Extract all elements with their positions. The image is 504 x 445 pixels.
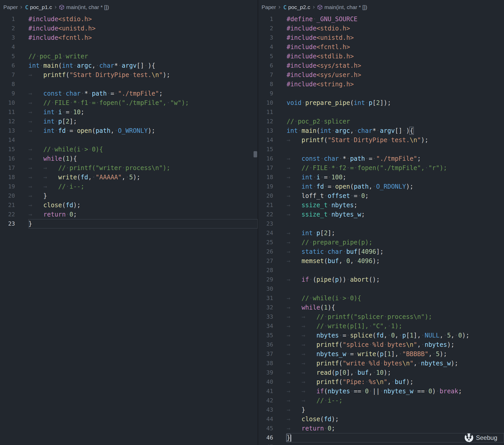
code-line[interactable]: 10→//·FILE·*·f1·=·fopen("./tmpFile",·"w"… <box>0 98 258 108</box>
line-number[interactable]: 13 <box>0 126 15 135</box>
line-number[interactable]: 42 <box>258 396 273 405</box>
line-number[interactable]: 41 <box>258 387 273 396</box>
code-line[interactable]: 6#include<sys/stat.h> <box>258 61 504 70</box>
code-line[interactable]: 24→int·p[2]; <box>258 228 504 238</box>
line-number[interactable]: 2 <box>0 24 15 33</box>
code-line[interactable]: 23 <box>258 219 504 228</box>
code-line[interactable]: 13→int·fd·=·open(path,·O_WRONLY); <box>0 126 258 135</box>
breadcrumb-symbol[interactable]: main(int, char * []) <box>66 4 109 10</box>
code-line[interactable]: 1#define·_GNU_SOURCE <box>258 14 504 24</box>
line-number[interactable]: 6 <box>258 61 273 70</box>
breadcrumb-file[interactable]: poc_p2.c <box>288 4 310 10</box>
code-line[interactable]: 18→int·i·=·100; <box>258 173 504 182</box>
line-number[interactable]: 17 <box>258 163 273 173</box>
code-line[interactable]: 20→} <box>0 191 258 201</box>
line-number[interactable]: 8 <box>258 80 273 89</box>
code-line[interactable]: 12//·poc_p2·splicer <box>258 117 504 126</box>
line-number[interactable]: 19 <box>0 182 15 191</box>
code-line[interactable]: 30 <box>258 284 504 294</box>
line-number[interactable]: 25 <box>258 238 273 247</box>
code-line[interactable]: 1#include<stdio.h> <box>0 14 258 24</box>
code-line[interactable]: 39→→read(p[0],·buf,·10); <box>258 368 504 377</box>
line-number[interactable]: 14 <box>258 135 273 145</box>
line-number[interactable]: 31 <box>258 294 273 303</box>
code-line[interactable]: 27→memset(buf,·0,·4096); <box>258 256 504 266</box>
line-number[interactable]: 10 <box>0 98 15 108</box>
line-number[interactable]: 4 <box>258 42 273 52</box>
code-line[interactable]: 8#include<string.h> <box>258 80 504 89</box>
line-number[interactable]: 7 <box>258 70 273 80</box>
line-number[interactable]: 43 <box>258 405 273 415</box>
line-number[interactable]: 22 <box>258 210 273 219</box>
line-number[interactable]: 2 <box>258 24 273 33</box>
code-line[interactable]: 25→//·prepare_pipe(p); <box>258 238 504 247</box>
code-line[interactable]: 42→→//·i--; <box>258 396 504 405</box>
line-number[interactable]: 34 <box>258 321 273 331</box>
line-number[interactable]: 27 <box>258 256 273 266</box>
line-number[interactable]: 46 <box>258 433 273 442</box>
code-line[interactable]: 15→//·while(i·>·0){ <box>0 145 258 154</box>
line-number[interactable]: 39 <box>258 368 273 377</box>
code-line[interactable]: 6int·main(int·argc,·char*·argv[]·){ <box>0 61 258 70</box>
line-number[interactable]: 45 <box>258 424 273 433</box>
code-line[interactable]: 21→close(fd); <box>0 201 258 210</box>
line-number[interactable]: 18 <box>0 173 15 182</box>
code-line[interactable]: 3#include<fcntl.h> <box>0 33 258 42</box>
line-number[interactable]: 9 <box>258 89 273 98</box>
code-line[interactable]: 14 <box>0 135 258 145</box>
code-line[interactable]: 34→→//·write(p[1],·"C",·1); <box>258 321 504 331</box>
line-number[interactable]: 1 <box>258 14 273 24</box>
code-line[interactable]: 35→→nbytes·=·splice(fd,·0,·p[1],·NULL,·5… <box>258 331 504 340</box>
line-number[interactable]: 5 <box>0 52 15 61</box>
line-number[interactable]: 14 <box>0 135 15 145</box>
line-number[interactable]: 16 <box>0 154 15 163</box>
code-line[interactable]: 41→→if(nbytes·==·0·||·nbytes_w·==·0)·bre… <box>258 387 504 396</box>
code-line[interactable]: 33→→//·printf("splicer·process\n"); <box>258 312 504 321</box>
code-line[interactable]: 4#include<fcntl.h> <box>258 42 504 52</box>
code-line[interactable]: 31→//·while(i·>·0){ <box>258 294 504 303</box>
line-number[interactable]: 21 <box>0 201 15 210</box>
code-line[interactable]: 43→} <box>258 405 504 415</box>
code-line[interactable]: 5#include<stdlib.h> <box>258 52 504 61</box>
breadcrumb-folder[interactable]: Paper <box>262 4 276 10</box>
line-number[interactable]: 30 <box>258 284 273 294</box>
line-number[interactable]: 3 <box>258 33 273 42</box>
line-number[interactable]: 17 <box>0 163 15 173</box>
code-line[interactable]: 11→int·i·=·10; <box>0 108 258 117</box>
code-line[interactable]: 17→→//·printf("writer·process\n"); <box>0 163 258 173</box>
code-line[interactable]: 9 <box>258 89 504 98</box>
line-number[interactable]: 5 <box>258 52 273 61</box>
code-line[interactable]: 12→int·p[2]; <box>0 117 258 126</box>
line-number[interactable]: 47 <box>258 442 273 445</box>
line-number[interactable]: 29 <box>258 275 273 284</box>
line-number[interactable]: 44 <box>258 415 273 424</box>
line-number[interactable]: 18 <box>258 173 273 182</box>
code-line[interactable]: 4 <box>0 42 258 52</box>
code-line[interactable]: 26→static·char·buf[4096]; <box>258 247 504 256</box>
line-number[interactable]: 36 <box>258 340 273 349</box>
line-number[interactable]: 11 <box>258 108 273 117</box>
code-line[interactable]: 47 <box>258 442 504 445</box>
line-number[interactable]: 15 <box>258 145 273 154</box>
code-line[interactable]: 11 <box>258 108 504 117</box>
line-number[interactable]: 19 <box>258 182 273 191</box>
line-number[interactable]: 4 <box>0 42 15 52</box>
code-line[interactable]: 21→ssize_t·nbytes; <box>258 201 504 210</box>
line-number[interactable]: 22 <box>0 210 15 219</box>
code-line[interactable]: 19→int·fd·=·open(path,·O_RDONLY); <box>258 182 504 191</box>
code-line[interactable]: 7#include<sys/user.h> <box>258 70 504 80</box>
line-number[interactable]: 1 <box>0 14 15 24</box>
code-line[interactable]: 18→→write(fd,·"AAAAA",·5); <box>0 173 258 182</box>
code-line[interactable]: 37→→nbytes_w·=·write(p[1],·"BBBBB",·5); <box>258 349 504 359</box>
code-line[interactable]: 7→printf("Start·DirtyPipe·test.\n"); <box>0 70 258 80</box>
code-line[interactable]: 5//·poc_p1·writer <box>0 52 258 61</box>
code-line[interactable]: 28 <box>258 266 504 275</box>
code-line[interactable]: 9→const·char·*·path·=·"./tmpFile"; <box>0 89 258 98</box>
code-line[interactable]: 29→if·(pipe(p))·abort(); <box>258 275 504 284</box>
code-line[interactable]: 3#include<unistd.h> <box>258 33 504 42</box>
line-number[interactable]: 21 <box>258 201 273 210</box>
code-line[interactable]: 22→return·0; <box>0 210 258 219</box>
code-line[interactable]: 14→printf("Start·DirtyPipe·test.\n"); <box>258 135 504 145</box>
code-line[interactable]: 2#include<stdio.h> <box>258 24 504 33</box>
code-line[interactable]: 10void·prepare_pipe(int·p[2]); <box>258 98 504 108</box>
